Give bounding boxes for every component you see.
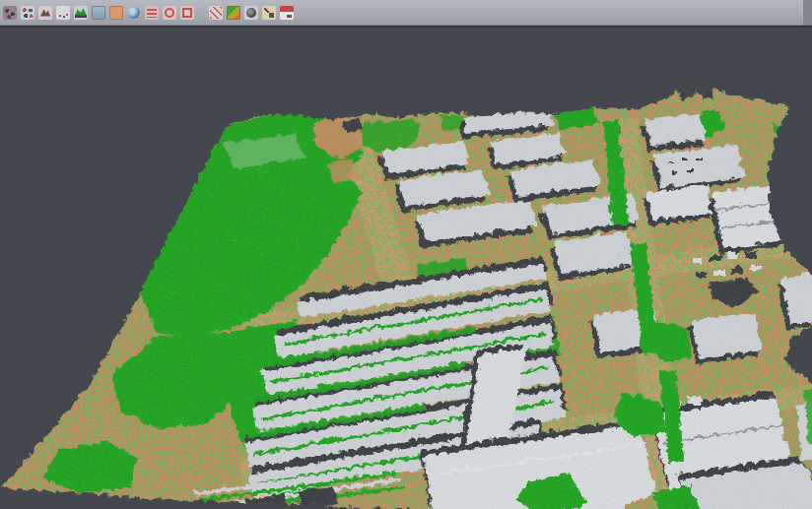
terrain-model-icon[interactable] — [38, 6, 52, 20]
main-row — [0, 26, 812, 509]
point-cloud-icon[interactable] — [3, 6, 17, 20]
ortho-area-icon[interactable] — [109, 6, 123, 20]
dem-surface-icon[interactable] — [74, 6, 88, 20]
layer-stack-icon[interactable] — [145, 6, 159, 20]
window-edge-top — [803, 0, 812, 26]
toolbar-icons — [0, 0, 803, 26]
viewport-3d[interactable] — [0, 28, 803, 509]
measure-icon[interactable] — [262, 6, 276, 20]
scene-3d — [0, 28, 812, 509]
globe-3d-icon[interactable] — [127, 6, 141, 20]
toolbar-separator — [198, 5, 205, 21]
selection-box-icon[interactable] — [180, 6, 194, 20]
target-circle-icon[interactable] — [163, 6, 176, 20]
toolbar-row — [0, 0, 812, 26]
camera-icon[interactable] — [244, 6, 258, 20]
clip-region-icon[interactable] — [209, 6, 223, 20]
sparse-points-icon[interactable] — [56, 6, 70, 20]
flag-tool-icon[interactable] — [280, 6, 294, 20]
app-window — [0, 0, 812, 509]
align-points-icon[interactable] — [21, 6, 34, 20]
classification-colors-icon[interactable] — [227, 6, 240, 20]
profile-view-icon[interactable] — [92, 6, 105, 20]
